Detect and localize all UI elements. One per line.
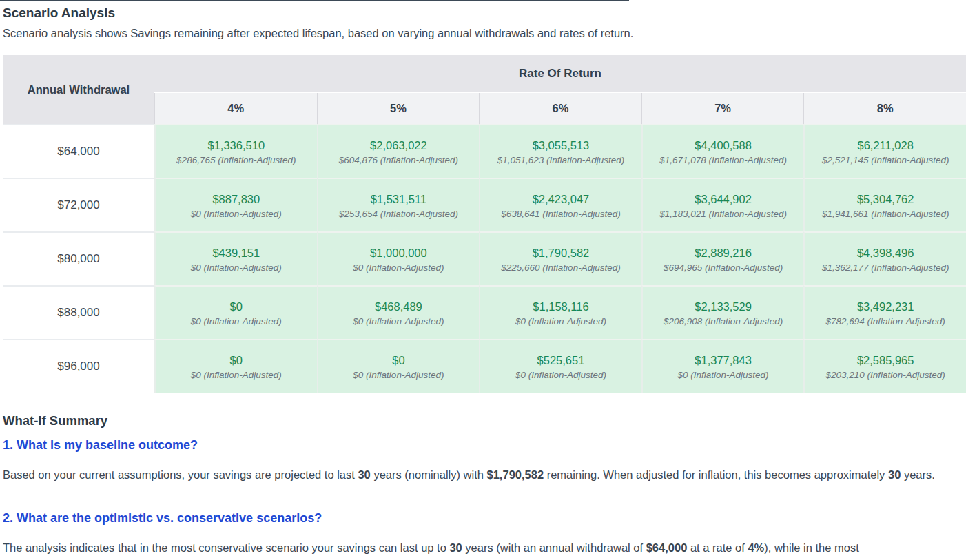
highlighted-value: $1,790,582 (487, 468, 544, 481)
body-text-segment: at a rate of (687, 541, 748, 554)
body-text-segment: remaining. When adjusted for inflation, … (544, 468, 888, 481)
scenario-cell: $0$0 (Inflation-Adjusted) (154, 285, 317, 339)
nominal-value: $4,398,496 (805, 245, 966, 260)
nominal-value: $2,133,529 (643, 299, 804, 314)
table-row: $64,000$1,336,510$286,765 (Inflation-Adj… (3, 124, 966, 178)
scenario-cell: $3,055,513$1,051,623 (Inflation-Adjusted… (479, 124, 641, 178)
scenario-cell: $0$0 (Inflation-Adjusted) (154, 339, 317, 393)
inflation-adjusted-value: $0 (Inflation-Adjusted) (318, 370, 480, 380)
highlighted-value: 30 (449, 541, 462, 554)
table-row: $72,000$887,830$0 (Inflation-Adjusted)$1… (3, 178, 966, 231)
inflation-adjusted-value: $0 (Inflation-Adjusted) (318, 316, 480, 326)
scenario-cell: $468,489$0 (Inflation-Adjusted) (317, 285, 480, 339)
inflation-adjusted-value: $203,210 (Inflation-Adjusted) (805, 370, 966, 380)
inflation-adjusted-value: $694,965 (Inflation-Adjusted) (643, 262, 804, 273)
question-title: 1. What is my baseline outcome? (3, 438, 977, 453)
body-text-segment: ), while in the most (764, 541, 859, 554)
inflation-adjusted-value: $253,654 (Inflation-Adjusted) (318, 209, 480, 219)
rate-column-header: 8% (803, 93, 966, 124)
rate-column-header: 7% (641, 93, 804, 124)
inflation-adjusted-value: $604,876 (Inflation-Adjusted) (318, 155, 480, 165)
scenario-table-body: $64,000$1,336,510$286,765 (Inflation-Adj… (3, 124, 966, 393)
nominal-value: $2,585,965 (805, 353, 966, 368)
scenario-cell: $2,423,047$638,641 (Inflation-Adjusted) (479, 178, 641, 231)
inflation-adjusted-value: $638,641 (Inflation-Adjusted) (480, 209, 641, 219)
withdrawal-amount-cell: $96,000 (3, 339, 154, 393)
withdrawal-amount-cell: $80,000 (3, 231, 154, 285)
scenario-cell: $5,304,762$1,941,661 (Inflation-Adjusted… (803, 178, 966, 231)
scenario-cell: $2,133,529$206,908 (Inflation-Adjusted) (641, 285, 804, 339)
nominal-value: $468,489 (318, 299, 480, 314)
scenario-cell: $887,830$0 (Inflation-Adjusted) (154, 178, 317, 231)
inflation-adjusted-value: $1,051,623 (Inflation-Adjusted) (480, 155, 641, 165)
nominal-value: $2,423,047 (480, 191, 641, 207)
inflation-adjusted-value: $1,671,078 (Inflation-Adjusted) (643, 155, 804, 165)
nominal-value: $3,644,902 (643, 191, 804, 207)
inflation-adjusted-value: $1,941,661 (Inflation-Adjusted) (805, 209, 966, 219)
rate-of-return-header: Rate Of Return (154, 55, 966, 93)
rate-column-header: 4% (154, 93, 317, 124)
scenario-cell: $4,398,496$1,362,177 (Inflation-Adjusted… (803, 231, 966, 285)
scenario-cell: $2,063,022$604,876 (Inflation-Adjusted) (317, 124, 480, 178)
nominal-value: $439,151 (156, 245, 317, 260)
scenario-cell: $1,790,582$225,660 (Inflation-Adjusted) (479, 231, 641, 285)
inflation-adjusted-value: $206,908 (Inflation-Adjusted) (643, 316, 804, 326)
group-header-row: Annual Withdrawal Rate Of Return (3, 55, 966, 93)
question-body: Based on your current assumptions, your … (3, 464, 974, 486)
annual-withdrawal-header: Annual Withdrawal (3, 55, 154, 124)
page-title: Scenario Analysis (3, 6, 977, 21)
nominal-value: $1,531,511 (318, 191, 480, 207)
scenario-table: Annual Withdrawal Rate Of Return 4%5%6%7… (3, 55, 966, 393)
inflation-adjusted-value: $0 (Inflation-Adjusted) (156, 262, 317, 273)
scenario-cell: $3,644,902$1,183,021 (Inflation-Adjusted… (641, 178, 804, 231)
body-text-segment: Based on your current assumptions, your … (3, 468, 358, 481)
scenario-cell: $2,889,216$694,965 (Inflation-Adjusted) (641, 231, 804, 285)
withdrawal-amount-cell: $72,000 (3, 178, 154, 231)
scenario-table-header: Annual Withdrawal Rate Of Return 4%5%6%7… (3, 55, 966, 124)
inflation-adjusted-value: $0 (Inflation-Adjusted) (643, 370, 804, 380)
withdrawal-amount-cell: $88,000 (3, 285, 154, 339)
inflation-adjusted-value: $0 (Inflation-Adjusted) (156, 316, 317, 326)
highlighted-value: 30 (358, 468, 370, 481)
nominal-value: $1,336,510 (156, 138, 317, 153)
scenario-cell: $6,211,028$2,521,145 (Inflation-Adjusted… (803, 124, 966, 178)
inflation-adjusted-value: $0 (Inflation-Adjusted) (318, 262, 480, 273)
scenario-cell: $525,651$0 (Inflation-Adjusted) (479, 339, 641, 393)
inflation-adjusted-value: $0 (Inflation-Adjusted) (480, 370, 641, 380)
scenario-cell: $3,492,231$782,694 (Inflation-Adjusted) (803, 285, 966, 339)
nominal-value: $887,830 (156, 191, 317, 207)
question-body: The analysis indicates that in the most … (3, 537, 974, 559)
nominal-value: $1,158,116 (480, 299, 641, 314)
inflation-adjusted-value: $782,694 (Inflation-Adjusted) (805, 316, 966, 326)
nominal-value: $2,889,216 (643, 245, 804, 260)
body-text-segment: years. (901, 468, 935, 481)
nominal-value: $1,000,000 (318, 245, 480, 260)
table-row: $96,000$0$0 (Inflation-Adjusted)$0$0 (In… (3, 339, 966, 393)
inflation-adjusted-value: $2,521,145 (Inflation-Adjusted) (805, 155, 966, 165)
nominal-value: $5,304,762 (805, 191, 966, 207)
nominal-value: $2,063,022 (318, 138, 480, 153)
inflation-adjusted-value: $286,765 (Inflation-Adjusted) (156, 155, 317, 165)
whatif-questions: 1. What is my baseline outcome?Based on … (3, 438, 977, 559)
rate-column-header: 6% (479, 93, 641, 124)
scenario-cell: $2,585,965$203,210 (Inflation-Adjusted) (803, 339, 966, 393)
scenario-analysis-panel: Scenario Analysis Scenario analysis show… (0, 1, 977, 559)
scenario-cell: $1,531,511$253,654 (Inflation-Adjusted) (317, 178, 480, 231)
nominal-value: $0 (156, 299, 317, 314)
inflation-adjusted-value: $225,660 (Inflation-Adjusted) (480, 262, 641, 273)
body-text-segment: The analysis indicates that in the most … (3, 541, 449, 554)
nominal-value: $3,055,513 (480, 138, 641, 153)
scenario-cell: $1,377,843$0 (Inflation-Adjusted) (641, 339, 804, 393)
scenario-cell: $4,400,588$1,671,078 (Inflation-Adjusted… (641, 124, 804, 178)
nominal-value: $3,492,231 (805, 299, 966, 314)
nominal-value: $1,790,582 (480, 245, 641, 260)
inflation-adjusted-value: $1,183,021 (Inflation-Adjusted) (643, 209, 804, 219)
scenario-cell: $439,151$0 (Inflation-Adjusted) (154, 231, 317, 285)
nominal-value: $4,400,588 (643, 138, 804, 153)
inflation-adjusted-value: $0 (Inflation-Adjusted) (156, 370, 317, 380)
table-row: $88,000$0$0 (Inflation-Adjusted)$468,489… (3, 285, 966, 339)
rate-column-header: 5% (317, 93, 480, 124)
table-row: $80,000$439,151$0 (Inflation-Adjusted)$1… (3, 231, 966, 285)
page-subtitle: Scenario analysis shows Savings remainin… (3, 27, 977, 40)
scenario-cell: $1,336,510$286,765 (Inflation-Adjusted) (154, 124, 317, 178)
